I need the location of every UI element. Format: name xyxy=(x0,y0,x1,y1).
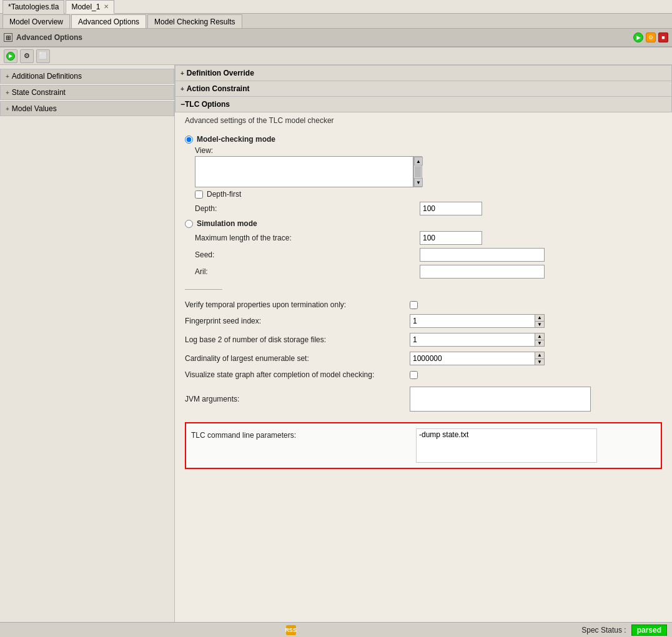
sidebar-section-state-constraint: + State Constraint xyxy=(0,85,174,100)
expand-icon-action-constraint: + xyxy=(180,86,184,92)
cardinality-down-btn[interactable]: ▼ xyxy=(535,358,545,365)
sidebar-section-model-values: + Model Values xyxy=(0,101,174,116)
section-header-action-constraint[interactable]: + Action Constraint xyxy=(175,81,672,97)
page-header: ⊞ Advanced Options ▶ ⚙ ■ xyxy=(0,29,672,47)
fingerprint-down-btn[interactable]: ▼ xyxy=(535,321,545,328)
jvm-section: JVM arguments: xyxy=(185,387,662,412)
expand-icon-state-constraint: + xyxy=(6,89,9,96)
fingerprint-up-btn[interactable]: ▲ xyxy=(535,314,545,321)
model-checking-label: Model-checking mode xyxy=(197,135,275,144)
tab-model-overview[interactable]: Model Overview xyxy=(2,14,70,28)
tab-model1[interactable]: Model_1 ✕ xyxy=(66,0,114,14)
depth-row: Depth: xyxy=(195,202,662,215)
expand-icon-additional-definitions: + xyxy=(6,73,9,80)
sidebar-header-model-values[interactable]: + Model Values xyxy=(0,101,174,116)
sidebar-section-additional-definitions: + Additional Definitions xyxy=(0,69,174,84)
log-base-spinner-btns: ▲ ▼ xyxy=(535,333,545,347)
scroll-up-arrow[interactable]: ▲ xyxy=(414,157,423,165)
scroll-down-arrow[interactable]: ▼ xyxy=(414,178,423,187)
section-label-tlc-options: TLC Options xyxy=(185,100,230,109)
verify-temporal-checkbox[interactable] xyxy=(410,301,418,309)
tab-advanced-options[interactable]: Advanced Options xyxy=(71,14,146,28)
status-bar: RSS Spec Status : parsed xyxy=(0,622,672,637)
tab-model1-label: Model_1 xyxy=(71,2,100,11)
tlc-cmd-row: TLC command line parameters: -dump state… xyxy=(191,428,656,463)
tlc-cmd-label: TLC command line parameters: xyxy=(191,428,416,440)
aril-input[interactable] xyxy=(420,265,545,279)
max-trace-input[interactable] xyxy=(420,231,482,245)
max-trace-row: Maximum length of the trace: xyxy=(195,231,662,245)
view-label: View: xyxy=(195,146,662,155)
jvm-input[interactable] xyxy=(410,387,591,412)
sidebar-label-state-constraint: State Constraint xyxy=(12,88,66,97)
seed-input[interactable] xyxy=(420,248,545,262)
toolbar-run-button[interactable]: ▶ xyxy=(4,49,17,63)
verify-temporal-label: Verify temporal properties upon terminat… xyxy=(185,300,410,309)
depth-first-checkbox[interactable] xyxy=(195,190,203,199)
simulation-mode-row: Simulation mode xyxy=(185,219,662,228)
expand-icon-model-values: + xyxy=(6,106,9,112)
stop-icon[interactable]: ■ xyxy=(658,32,668,42)
tab-model-checking-results[interactable]: Model Checking Results xyxy=(147,14,242,28)
depth-input[interactable] xyxy=(420,202,482,215)
parsed-badge: parsed xyxy=(631,625,667,636)
view-scrollbar[interactable]: ▲ ▼ xyxy=(413,156,422,187)
visualize-checkbox[interactable] xyxy=(410,371,418,379)
tlc-description: Advanced settings of the TLC model check… xyxy=(175,112,672,129)
scroll-thumb xyxy=(415,166,421,177)
tab-model-overview-label: Model Overview xyxy=(9,17,63,26)
tab-advanced-options-label: Advanced Options xyxy=(78,17,139,26)
section-header-definition-override[interactable]: + Definition Override xyxy=(175,65,672,81)
sidebar-label-additional-definitions: Additional Definitions xyxy=(12,72,82,81)
run-icon[interactable]: ▶ xyxy=(633,32,643,42)
tab-tautologies[interactable]: *Tautologies.tla xyxy=(2,0,64,14)
model-checking-radio[interactable] xyxy=(185,136,193,144)
aril-row: Aril: xyxy=(195,265,662,279)
tab-tautologies-label: *Tautologies.tla xyxy=(8,2,59,11)
simulation-mode-radio[interactable] xyxy=(185,220,193,228)
tlc-cmd-input[interactable]: -dump state.txt xyxy=(416,428,597,463)
jvm-label: JVM arguments: xyxy=(185,395,410,403)
log-base-row: Log base 2 of number of disk storage fil… xyxy=(185,333,662,347)
config-icon[interactable]: ⚙ xyxy=(646,32,656,42)
cardinality-input[interactable] xyxy=(410,352,535,365)
page-header-title-wrap: ⊞ Advanced Options xyxy=(4,33,82,42)
divider xyxy=(185,289,222,290)
tlc-options-content: Advanced settings of the TLC model check… xyxy=(175,112,672,469)
status-center: RSS xyxy=(5,625,576,635)
rss-icon: RSS xyxy=(286,625,296,635)
seed-label: Seed: xyxy=(195,250,420,259)
section-header-tlc-options[interactable]: − TLC Options xyxy=(175,97,672,112)
log-base-label: Log base 2 of number of disk storage fil… xyxy=(185,335,410,344)
tlc-cmd-highlighted-section: TLC command line parameters: -dump state… xyxy=(185,422,662,469)
view-section: View: ▲ ▼ xyxy=(195,146,662,187)
aril-label: Aril: xyxy=(195,267,420,276)
section-label-definition-override: Definition Override xyxy=(187,69,254,77)
jvm-row: JVM arguments: xyxy=(185,387,662,412)
tab-model1-close[interactable]: ✕ xyxy=(104,3,109,10)
fingerprint-label: Fingerprint seed index: xyxy=(185,317,410,325)
fingerprint-input[interactable] xyxy=(410,314,535,328)
expand-icon-tlc-options: − xyxy=(180,100,185,109)
view-input[interactable] xyxy=(195,156,413,187)
sidebar-header-state-constraint[interactable]: + State Constraint xyxy=(0,85,174,100)
log-base-input[interactable] xyxy=(410,333,535,347)
expand-icon-definition-override: + xyxy=(180,70,184,77)
toolbar: ▶ ⚙ ⬜ xyxy=(0,47,672,65)
toolbar-config-button[interactable]: ⚙ xyxy=(20,49,34,63)
log-base-down-btn[interactable]: ▼ xyxy=(535,340,545,347)
log-base-spinner: ▲ ▼ xyxy=(410,333,545,347)
visualize-label: Visualize state graph after completion o… xyxy=(185,370,410,379)
model-checking-mode-row: Model-checking mode xyxy=(185,135,662,144)
log-base-up-btn[interactable]: ▲ xyxy=(535,333,545,340)
toolbar-stop-button[interactable]: ⬜ xyxy=(36,49,50,63)
simulation-mode-label: Simulation mode xyxy=(197,219,257,228)
main-panel: + Definition Override + Action Constrain… xyxy=(175,65,672,622)
sidebar-header-additional-definitions[interactable]: + Additional Definitions xyxy=(0,69,174,84)
toolbar-stop-icon: ⬜ xyxy=(39,52,47,60)
fingerprint-row: Fingerprint seed index: ▲ ▼ xyxy=(185,314,662,328)
title-bar: *Tautologies.tla Model_1 ✕ xyxy=(0,0,672,14)
fingerprint-spinner: ▲ ▼ xyxy=(410,314,545,328)
model-checking-mode-section: Model-checking mode View: ▲ ▼ xyxy=(175,129,672,284)
cardinality-up-btn[interactable]: ▲ xyxy=(535,352,545,358)
